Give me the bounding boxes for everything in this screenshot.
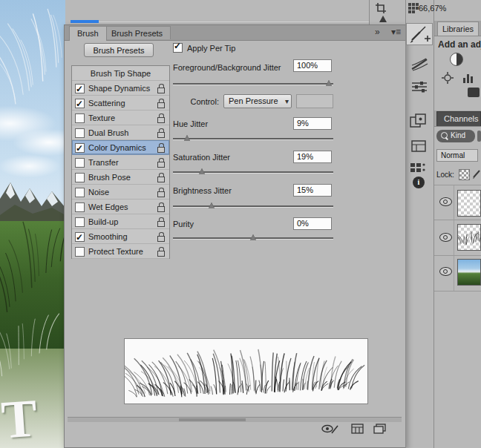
lock-icon[interactable] [157, 232, 165, 242]
checkbox[interactable] [75, 217, 85, 227]
tip-item-brush-pose[interactable]: Brush Pose [72, 170, 169, 185]
layer-filter-icons-clipped[interactable] [477, 131, 481, 142]
brush-settings-rail-button[interactable] [406, 23, 433, 45]
tip-item-dual-brush[interactable]: Dual Brush [72, 125, 169, 140]
chevron-down-icon: ▾ [285, 95, 289, 108]
live-tip-preview-toggle-icon[interactable] [321, 423, 339, 435]
brightness-jitter-value[interactable]: 15% [293, 184, 332, 197]
brush-presets-rail-icon[interactable] [410, 56, 428, 71]
fgbg-jitter-value[interactable]: 100% [293, 59, 332, 72]
checkbox[interactable] [75, 232, 85, 242]
fgbg-jitter-slider[interactable] [173, 83, 333, 85]
checkbox[interactable] [75, 128, 85, 138]
lock-icon[interactable] [157, 128, 165, 138]
lock-icon[interactable] [157, 113, 165, 123]
layer-filter-kind[interactable]: Kind [436, 130, 475, 142]
hue-jitter-value[interactable]: 9% [293, 117, 332, 130]
tip-item-transfer[interactable]: Transfer [72, 155, 169, 170]
adjustment-sliders-icon[interactable] [410, 80, 428, 93]
lock-icon[interactable] [157, 84, 165, 93]
checkbox[interactable] [75, 113, 85, 123]
tab-channels[interactable]: Channels [436, 111, 481, 126]
zoom-level[interactable]: 66,67% [419, 4, 446, 13]
slider-thumb[interactable] [209, 202, 215, 208]
new-brush-icon[interactable] [373, 424, 386, 434]
purity-slider[interactable] [173, 237, 333, 239]
layer2-thumbnail[interactable] [457, 224, 481, 251]
control-dropdown[interactable]: Pen Pressure ▾ [223, 94, 292, 108]
lock-icon[interactable] [157, 158, 165, 168]
tip-item-color-dynamics[interactable]: Color Dynamics [72, 140, 169, 155]
lock-transparency-icon[interactable] [459, 169, 470, 180]
slider-thumb[interactable] [184, 135, 190, 141]
brush-presets-button[interactable]: Brush Presets [84, 43, 154, 57]
brightness-jitter-slider[interactable] [173, 205, 333, 207]
layer-comps-icon[interactable] [410, 139, 428, 154]
brush-stroke-preview-strokes [125, 339, 367, 403]
tip-item-build-up[interactable]: Build-up [72, 214, 169, 229]
apply-per-tip-checkbox[interactable] [173, 43, 183, 53]
panel-menu-icon[interactable]: ▾≡ [391, 27, 401, 37]
preset-manager-icon[interactable] [351, 424, 364, 434]
tip-item-scattering[interactable]: Scattering [72, 96, 169, 111]
control-label: Control: [173, 97, 219, 106]
lock-icon[interactable] [157, 143, 165, 153]
checkbox[interactable] [75, 84, 85, 93]
crop-tool-icon[interactable] [375, 2, 387, 14]
lock-icon[interactable] [157, 188, 165, 197]
slider-thumb[interactable] [326, 80, 332, 86]
lock-icon[interactable] [157, 202, 165, 212]
tab-brush[interactable]: Brush [69, 26, 107, 41]
document-canvas[interactable]: T [0, 0, 65, 448]
photo-filter-icon[interactable] [468, 88, 480, 97]
tab-libraries[interactable]: Libraries [437, 22, 479, 36]
layer3-thumbnail[interactable] [457, 259, 481, 286]
lock-icon[interactable] [157, 247, 165, 257]
tip-item-texture[interactable]: Texture [72, 111, 169, 125]
tip-item-smoothing[interactable]: Smoothing [72, 229, 169, 244]
layers-divider [434, 185, 481, 185]
adjustment-circle-icon[interactable] [450, 53, 463, 66]
layer1-visibility-eye-icon[interactable] [439, 197, 452, 206]
saturation-jitter-label: Saturation Jitter [173, 153, 230, 162]
saturation-jitter-value[interactable]: 19% [293, 151, 332, 163]
hue-jitter-slider[interactable] [173, 138, 333, 139]
slider-thumb[interactable] [250, 234, 256, 240]
layer3-visibility-eye-icon[interactable] [439, 267, 452, 276]
checkbox[interactable] [75, 158, 85, 168]
brightness-icon[interactable] [441, 71, 454, 85]
tip-item-brush-tip-shape[interactable]: Brush Tip Shape [72, 66, 169, 81]
checkbox[interactable] [75, 202, 85, 212]
saturation-jitter-slider[interactable] [173, 171, 333, 173]
pen-tool-icon[interactable] [378, 15, 388, 24]
scrollbar-thumb[interactable] [179, 418, 246, 421]
tip-item-noise[interactable]: Noise [72, 185, 169, 200]
layer1-thumbnail[interactable] [457, 190, 481, 217]
slider-thumb[interactable] [199, 168, 205, 174]
checkbox[interactable] [75, 247, 85, 257]
tip-item-protect-texture[interactable]: Protect Texture [72, 244, 169, 259]
layer2-visibility-eye-icon[interactable] [439, 233, 452, 242]
horizontal-scrollbar[interactable] [68, 417, 402, 422]
lock-icon[interactable] [157, 99, 165, 108]
checkbox[interactable] [75, 188, 85, 197]
swatches-grid-icon[interactable] [409, 162, 427, 175]
blend-mode-dropdown[interactable]: Normal [436, 149, 478, 162]
checkbox[interactable] [75, 143, 85, 153]
checkbox[interactable] [75, 173, 85, 182]
collapse-panel-icon[interactable]: » [375, 27, 380, 37]
lock-icon[interactable] [157, 173, 165, 182]
lock-icon[interactable] [157, 217, 165, 227]
blend-mode-value: Normal [441, 151, 465, 159]
lock-pixels-icon[interactable] [472, 169, 481, 179]
tab-brush-presets[interactable]: Brush Presets [103, 26, 171, 39]
purity-value[interactable]: 0% [293, 217, 332, 230]
levels-icon[interactable] [462, 72, 475, 84]
layer-filter-value: Kind [451, 131, 465, 139]
tip-item-shape-dynamics[interactable]: Shape Dynamics [72, 81, 169, 96]
arrange-grid-icon[interactable] [408, 2, 419, 14]
clone-source-icon[interactable] [409, 113, 428, 129]
info-panel-icon[interactable]: i [413, 177, 425, 188]
tip-item-wet-edges[interactable]: Wet Edges [72, 200, 169, 214]
checkbox[interactable] [75, 99, 85, 108]
